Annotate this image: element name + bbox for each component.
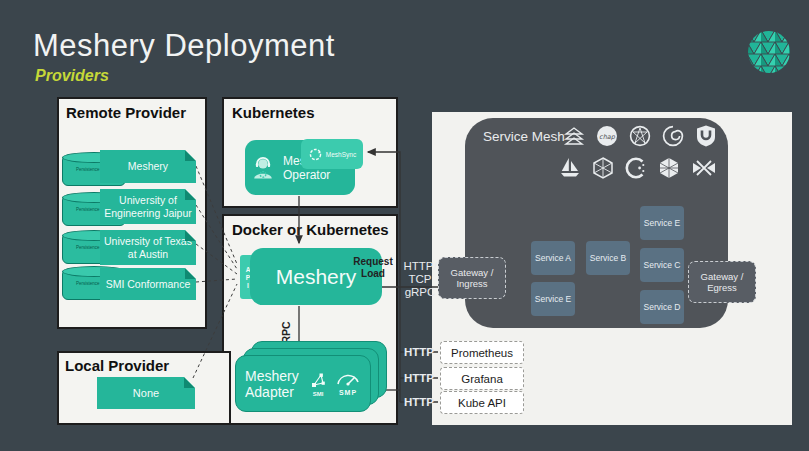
operator-headset-icon [249, 154, 277, 182]
service-e-bottom-box: Service E [531, 282, 575, 316]
hexagon-mesh-logo-icon [657, 156, 681, 180]
meshsync-box: MeshSync [301, 139, 363, 169]
smp-icon: SMP [335, 371, 361, 396]
service-c-box: Service C [640, 248, 684, 282]
swirl-mesh-logo-icon [661, 124, 685, 148]
knot-x-mesh-logo-icon [690, 156, 718, 180]
prometheus-box: Prometheus [440, 341, 524, 364]
remote-provider-item-meshery: Meshery [100, 150, 196, 183]
grafana-box: Grafana [440, 367, 524, 390]
service-b-box: Service B [586, 241, 630, 275]
service-a-box: Service A [531, 241, 575, 275]
mesh-logo-row-2 [568, 156, 718, 180]
smi-icon: SMI [308, 371, 328, 397]
service-mesh-title: Service Mesh [483, 129, 565, 144]
layered-net-mesh-logo-icon [562, 124, 586, 148]
gateway-egress-box: Gateway / Egress [688, 261, 756, 303]
gateway-ingress-box: Gateway / Ingress [438, 257, 506, 299]
slide: Meshery Deployment Providers Remote Prov… [0, 0, 809, 451]
c-dots-mesh-logo-icon [624, 156, 648, 180]
http-label-2: HTTP [404, 372, 434, 384]
meshery-adapter-label: Meshery Adapter [245, 368, 301, 400]
kube-api-box: Kube API [440, 391, 524, 414]
http-tcp-grpc-label: HTTP/ TCP gRPC [402, 260, 438, 299]
svg-text:chap: chap [599, 133, 616, 141]
meshsync-label: MeshSync [326, 151, 356, 158]
http-label-3: HTTP [404, 396, 434, 408]
meshery-adapter-box: Meshery Adapter SMI SMP [235, 355, 371, 412]
sailboat-mesh-logo-icon [558, 156, 582, 180]
remote-provider-item-texas: University of Texas at Austin [100, 230, 196, 265]
service-d-box: Service D [640, 290, 684, 324]
mesh-logo-row-1: chap [568, 124, 718, 148]
shield-mesh-logo-icon [694, 124, 718, 148]
meshsync-icon [308, 147, 323, 162]
service-e-top-box: Service E [640, 206, 684, 240]
wordmark-circle-mesh-logo-icon: chap [595, 124, 619, 148]
remote-provider-item-jaipur: University of Engineering Jaipur [100, 189, 196, 224]
request-load-label: Request Load [350, 256, 396, 280]
woven-cube-mesh-logo-icon [591, 156, 615, 180]
ring-mesh-logo-icon [628, 124, 652, 148]
remote-provider-item-smi: SMI Conformance [100, 268, 196, 300]
http-label-1: HTTP [404, 346, 434, 358]
local-provider-item-none: None [97, 377, 195, 409]
